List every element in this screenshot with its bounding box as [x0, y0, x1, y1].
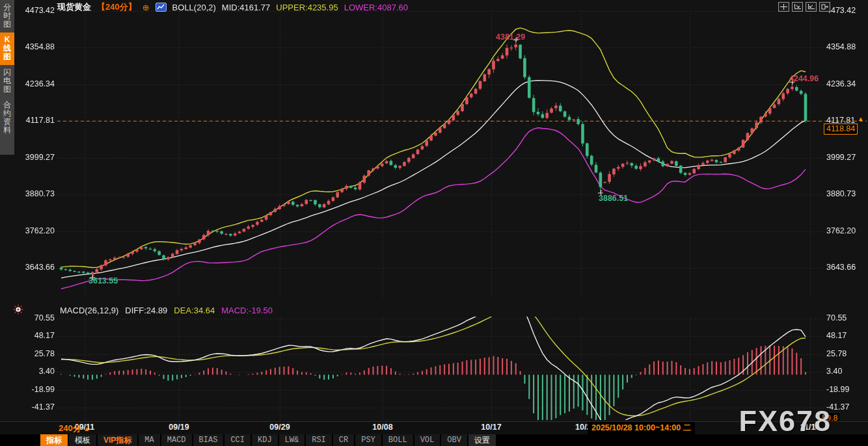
bottom-tab-kdj[interactable]: KDJ: [252, 434, 278, 446]
bottom-tab-psy[interactable]: PSY: [355, 434, 381, 446]
bottom-tab-obv[interactable]: OBV: [441, 434, 467, 446]
y-axis-label-left: 4473.42: [22, 6, 55, 15]
macd-params-label: MACD(26,12,9): [60, 306, 118, 315]
zoom-x-axis-icon[interactable]: [792, 2, 803, 12]
x-axis-label: 09/19: [169, 423, 189, 432]
macd-axis-label-left: -18.99: [22, 385, 55, 394]
bottom-tab-[interactable]: 指标: [40, 434, 68, 446]
chart-type-icon[interactable]: [156, 3, 167, 12]
bottom-tab-[interactable]: 模板: [69, 434, 96, 446]
boll-lower-value: LOWER:4087.60: [344, 3, 408, 12]
annotation-peak-high: 4381.29: [496, 33, 525, 42]
boll-upper-value: UPPER:4235.95: [276, 3, 338, 12]
macd-axis-label-right: 25.78: [826, 349, 859, 358]
macd-dea-value: DEA:34.64: [174, 306, 215, 315]
macd-axis-label-left: -41.37: [22, 402, 55, 412]
x-axis-period-label[interactable]: 240分 ▲: [59, 423, 90, 434]
y-axis-label-left: 4354.88: [22, 42, 55, 51]
sidebar-tab-4[interactable]: 合约资料: [0, 98, 14, 138]
y-axis-label-right: 3999.27: [826, 153, 859, 162]
bottom-tab-rsi[interactable]: RSI: [306, 434, 332, 446]
y-axis-label-right: 3762.20: [826, 226, 859, 235]
bottom-tab-vol[interactable]: VOL: [414, 434, 441, 446]
y-axis-label-left: 3643.66: [22, 263, 55, 272]
x-axis-label: 11/14: [800, 423, 821, 432]
chart-canvas[interactable]: [0, 0, 868, 446]
macd-header: MACD(26,12,9) DIFF:24.89 DEA:34.64 MACD:…: [60, 306, 273, 315]
exit-right-icon[interactable]: [819, 2, 830, 12]
sidebar-tab-1[interactable]: 分时图: [0, 0, 14, 33]
bottom-tab-boll[interactable]: BOLL: [383, 434, 413, 446]
macd-axis-label-left: 25.78: [22, 349, 55, 358]
annotation-mid-low: 3886.51: [599, 194, 628, 203]
y-axis-label-right: 4236.34: [826, 79, 859, 88]
candle-tooltip: 2025/10/28 10:00~14:00 二: [588, 422, 695, 434]
chart-header: 现货黄金 【240分】 ⊕ BOLL(20,2) MID:4161.77 UPP…: [57, 2, 408, 12]
boll-mid-value: MID:4161.77: [222, 3, 270, 12]
sidebar-tab-3[interactable]: 闪电图: [0, 65, 14, 98]
macd-axis-label-right: -41.37: [826, 402, 859, 412]
pan-crosshair-icon[interactable]: [778, 2, 789, 12]
macd-axis-label-right: -18.99: [826, 385, 859, 394]
trading-app: 分时图K线图闪电图合约资料 现货黄金 【240分】 ⊕ BOLL(20,2) M…: [0, 0, 868, 446]
bottom-tab-cr[interactable]: CR: [333, 434, 354, 446]
symbol-name: 现货黄金: [57, 1, 91, 13]
boll-params-label: BOLL(20,2): [172, 3, 216, 12]
x-axis-strip: [0, 421, 868, 435]
sidebar-tab-2[interactable]: K线图: [0, 33, 14, 65]
bottom-tab-ma[interactable]: MA: [139, 434, 159, 446]
y-axis-label-right: 4473.42: [826, 6, 859, 15]
bottom-tab-[interactable]: 设置: [468, 434, 496, 446]
y-axis-label-right: 4354.88: [826, 42, 859, 51]
period-up-arrow-icon: ▲: [83, 425, 90, 432]
indicator-settings-icon[interactable]: [13, 304, 23, 317]
indicator-tabbar: 指标模板VIP指标MAMACDBIASCCIKDJLW&RSICRPSYBOLL…: [0, 434, 868, 446]
macd-axis-label-left: 70.55: [22, 313, 55, 322]
left-sidebar: 分时图K线图闪电图合约资料: [0, 0, 14, 155]
x-axis-label: 10/08: [372, 423, 392, 432]
macd-axis-label-right: 70.55: [826, 313, 859, 322]
annotation-recent-high: 4244.96: [789, 74, 819, 83]
annotation-start-low: 3613.55: [88, 276, 118, 285]
y-axis-label-left: 4117.81: [22, 116, 55, 125]
macd-diff-value: DIFF:24.89: [125, 306, 167, 315]
y-axis-label-right: 3880.73: [826, 189, 859, 198]
price-up-arrow-icon: ▲: [858, 115, 864, 122]
last-price-box: 4118.84: [824, 124, 858, 135]
y-axis-label-left: 3762.20: [22, 226, 55, 235]
circle-plus-icon[interactable]: ⊕: [142, 3, 150, 12]
zoom-y-axis-icon[interactable]: [806, 2, 817, 12]
bottom-tab-macd[interactable]: MACD: [161, 434, 192, 446]
y-axis-label-left: 3880.73: [22, 189, 55, 198]
chart-toolbar: [778, 2, 830, 12]
x-axis-label: 10/17: [481, 423, 501, 432]
y-axis-label-right: 3643.66: [826, 263, 859, 272]
macd-axis-label-left: 3.40: [22, 367, 55, 376]
bottom-tab-lw[interactable]: LW&: [279, 434, 305, 446]
bottom-tab-bias[interactable]: BIAS: [193, 434, 224, 446]
bottom-tab-cci[interactable]: CCI: [224, 434, 251, 446]
bottom-tab-vip[interactable]: VIP指标: [98, 434, 137, 446]
macd-axis-label-right: 48.17: [826, 331, 859, 340]
period-badge: 【240分】: [97, 1, 137, 13]
macd-macd-value: MACD:-19.50: [221, 306, 273, 315]
x-axis-label: 09/29: [269, 423, 290, 432]
macd-axis-label-right: 3.40: [826, 367, 859, 376]
macd-axis-label-left: 48.17: [22, 331, 55, 340]
y-axis-label-left: 4236.34: [22, 79, 55, 88]
y-axis-label-left: 3999.27: [22, 153, 55, 162]
